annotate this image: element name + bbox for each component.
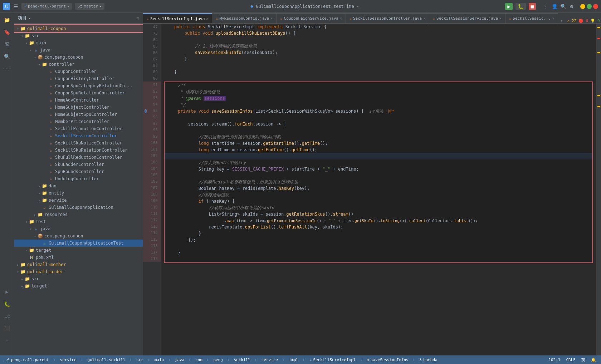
- find-icon[interactable]: 🔍: [1, 51, 13, 62]
- tree-item-java[interactable]: ▾ ☕ java: [14, 46, 143, 54]
- code-content[interactable]: public class SeckillServiceImpl implemen…: [161, 24, 596, 355]
- tree-item-coupon-spu-rel[interactable]: ☕ CouponSpuRelationController: [14, 89, 143, 97]
- debug-button[interactable]: 🐛: [516, 3, 526, 10]
- tree-item-entity[interactable]: ▸ 📁 entity: [14, 190, 143, 197]
- tree-item-test-pkg[interactable]: ▾ 📦 com.peng.coupon: [14, 232, 143, 240]
- minimize-button[interactable]: [580, 4, 585, 9]
- tree-item-order[interactable]: ▾ 📁 gulimall-order: [14, 268, 143, 275]
- hamburger-icon[interactable]: ☰: [13, 4, 19, 9]
- tab-seckill-impl[interactable]: ☕ SeckillServiceImpl.java ×: [143, 13, 212, 23]
- status-class[interactable]: ☕ SeckillServiceImpl: [308, 358, 357, 362]
- tab-seckill-other[interactable]: ☕ SeckillSessic... ×: [505, 13, 558, 23]
- close-button[interactable]: [593, 4, 598, 9]
- tab-coupon-feign[interactable]: ☕ CouponFeignService.java ×: [277, 13, 346, 23]
- status-seckill[interactable]: gulimall-seckill: [86, 358, 127, 362]
- status-seckill2-label: seckill: [234, 358, 250, 362]
- status-service-1[interactable]: service: [59, 358, 78, 362]
- status-git[interactable]: ⎇ peng-mall-parent: [4, 358, 50, 362]
- tab-close-session-ctrl[interactable]: ×: [423, 16, 425, 20]
- status-src[interactable]: src: [135, 358, 145, 362]
- branch-selector[interactable]: ⎇ master ▾: [75, 3, 104, 10]
- account-icon[interactable]: 👤: [552, 4, 557, 9]
- status-encoding[interactable]: CRLF: [565, 358, 577, 362]
- tree-item-seckill-promo[interactable]: ☕ SeckillPromotionController: [14, 125, 143, 132]
- tree-item-package[interactable]: ▾ 📦 com.peng.coupon: [14, 54, 143, 61]
- tree-item-main[interactable]: ▾ 📁 main: [14, 39, 143, 46]
- tree-item-gulimall-coupon[interactable]: ▾ 📁 gulimall-coupon: [14, 25, 143, 32]
- tree-item-member[interactable]: ▸ 📁 gulimall-member: [14, 261, 143, 268]
- tree-item-test-class[interactable]: ☕ GulimallCouponApplicationTest: [14, 240, 143, 247]
- gutter-104: 104: [143, 165, 161, 172]
- tree-item-coupon-controller[interactable]: ☕ CouponController: [14, 68, 143, 75]
- settings-icon[interactable]: ⚙: [569, 4, 575, 9]
- project-selector[interactable]: P peng-mall-parent ▾: [21, 3, 72, 10]
- tree-item-coupon-spu-cat[interactable]: ☕ CouponSpuCategoryRelationCo...: [14, 82, 143, 89]
- tab-close-coupon-feign[interactable]: ×: [340, 16, 342, 20]
- tree-item-seckill-sku-rel[interactable]: ☕ SeckillSkuRelationController: [14, 147, 143, 154]
- status-peng[interactable]: peng: [212, 358, 224, 362]
- tab-close-seckill-impl[interactable]: ×: [206, 17, 208, 21]
- tree-item-home-subj[interactable]: ☕ HomeSubjectController: [14, 104, 143, 111]
- bookmarks-icon[interactable]: 🔖: [1, 26, 13, 38]
- tab-session-ctrl[interactable]: ☕ SeckillSessionController.java ×: [346, 13, 429, 23]
- tree-item-sku-full[interactable]: ☕ SkuFullReductionController: [14, 154, 143, 161]
- more-tools-icon[interactable]: ···: [1, 63, 13, 74]
- tree-item-src[interactable]: ▾ 📁 src: [14, 32, 143, 39]
- tree-item-test-java[interactable]: ▾ ☕ java: [14, 225, 143, 232]
- run-config-area: ● GulimallCouponApplicationTest.testTime…: [240, 4, 370, 9]
- more-options-icon[interactable]: ⋮: [543, 4, 549, 9]
- tree-item-resources[interactable]: ▸ 📁 resources: [14, 211, 143, 218]
- tree-item-undo-log[interactable]: ☕ UndoLogController: [14, 175, 143, 182]
- branch-name: master: [84, 4, 98, 9]
- status-lambda[interactable]: λ Lambda: [418, 358, 439, 362]
- git-icon[interactable]: ⎇: [1, 310, 13, 322]
- tree-item-spu-bounds[interactable]: ☕ SpuBoundsController: [14, 168, 143, 175]
- tab-close-seckill-other[interactable]: ×: [552, 16, 554, 20]
- tree-item-dao[interactable]: ▸ 📁 dao: [14, 182, 143, 190]
- gutter-107: 107: [143, 185, 161, 191]
- code-line-94: */: [165, 102, 592, 108]
- tree-item-seckill-sku-notice[interactable]: ☕ SeckillSkuNoticeController: [14, 139, 143, 147]
- status-seckill2[interactable]: seckill: [233, 358, 252, 362]
- tree-item-target[interactable]: ▸ 📁 target: [14, 247, 143, 254]
- tab-session-svc[interactable]: ☕ SeckillSessionService.java ×: [429, 13, 505, 23]
- breadcrumb-sep-12: ›: [360, 358, 362, 362]
- search-icon[interactable]: 🔍: [560, 4, 566, 9]
- run-view-icon[interactable]: ▶: [1, 286, 13, 297]
- tree-item-app[interactable]: ☕ GulimallCouponApplication: [14, 204, 143, 211]
- tree-item-controller[interactable]: ▾ 📁 controller: [14, 61, 143, 68]
- project-view-icon[interactable]: 📁: [1, 14, 13, 26]
- tree-item-seckill-session-ctrl[interactable]: ☕ SeckillSessionController: [14, 132, 143, 139]
- structure-icon[interactable]: 🏗: [1, 39, 13, 50]
- status-java[interactable]: java: [174, 358, 186, 362]
- tree-item-order-src[interactable]: ▸ 📁 src: [14, 275, 143, 282]
- status-notification[interactable]: 🔔: [590, 358, 597, 362]
- tree-item-pom[interactable]: M pom.xml: [14, 254, 143, 261]
- maximize-button[interactable]: [587, 4, 592, 9]
- tree-item-coupon-history[interactable]: ☕ CouponHistoryController: [14, 75, 143, 82]
- tree-item-service[interactable]: ▸ 📁 service: [14, 197, 143, 204]
- status-charset[interactable]: 英: [580, 357, 587, 363]
- tree-item-test[interactable]: ▾ 📁 test: [14, 218, 143, 225]
- status-position[interactable]: 102:1: [547, 358, 562, 362]
- status-method[interactable]: m saveSessionInfos: [365, 358, 410, 362]
- status-service2[interactable]: service: [260, 358, 279, 362]
- tab-redis-config[interactable]: ☕ MyRedissonConfig.java ×: [212, 13, 277, 23]
- problems-icon[interactable]: ⚠: [1, 335, 13, 346]
- status-impl[interactable]: impl: [288, 358, 300, 362]
- tree-item-member-price[interactable]: ☕ MemberPriceController: [14, 118, 143, 125]
- tab-close-session-svc[interactable]: ×: [499, 16, 502, 20]
- sidebar-settings-icon[interactable]: ⚙: [137, 16, 139, 21]
- run-button[interactable]: ▶: [505, 3, 512, 10]
- status-main[interactable]: main: [153, 358, 166, 362]
- status-com[interactable]: com: [194, 358, 204, 362]
- tab-close-redis[interactable]: ×: [271, 16, 273, 20]
- tree-item-home-adv[interactable]: ☕ HomeAdvController: [14, 97, 143, 104]
- tree-item-home-subj-spu[interactable]: ☕ HomeSubjectSpuController: [14, 111, 143, 118]
- tree-item-sku-ladder[interactable]: ☕ SkuLadderController: [14, 161, 143, 168]
- terminal-icon[interactable]: ⬛: [1, 323, 13, 334]
- debug-view-icon[interactable]: 🐛: [1, 298, 13, 310]
- tab-overflow-button[interactable]: ▾: [558, 18, 565, 23]
- stop-button[interactable]: ■: [529, 3, 536, 10]
- tree-item-order-target[interactable]: ▸ 📁 target: [14, 282, 143, 290]
